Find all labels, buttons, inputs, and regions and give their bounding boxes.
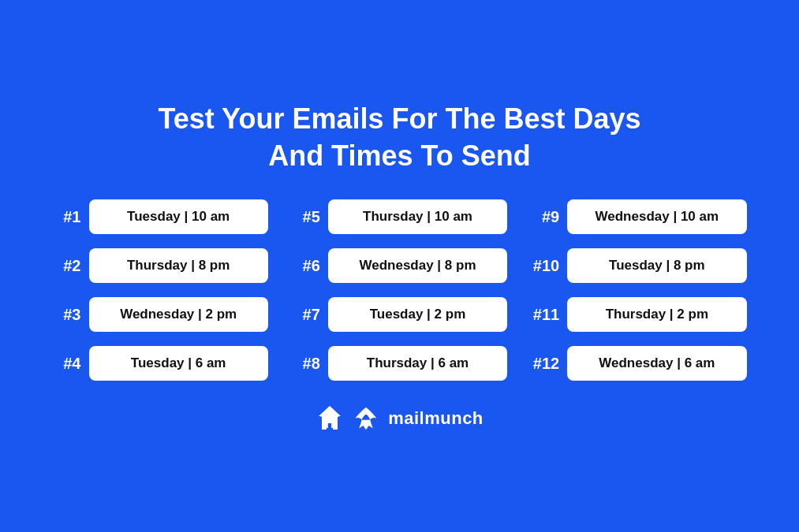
rank-label: #2: [53, 257, 81, 275]
list-item: #6Wednesday | 8 pm: [292, 248, 507, 283]
time-badge: Tuesday | 10 am: [89, 199, 268, 234]
time-badge: Thursday | 2 pm: [567, 297, 746, 332]
time-badge: Thursday | 8 pm: [89, 248, 268, 283]
rank-label: #1: [53, 208, 81, 226]
rank-label: #4: [53, 355, 81, 373]
list-item: #8Thursday | 6 am: [292, 346, 507, 381]
time-badge: Thursday | 6 am: [328, 346, 507, 381]
time-badge: Thursday | 10 am: [328, 199, 507, 234]
list-item: #2Thursday | 8 pm: [53, 248, 268, 283]
time-badge: Wednesday | 10 am: [567, 199, 746, 234]
list-item: #9Wednesday | 10 am: [531, 199, 746, 234]
items-grid: #1Tuesday | 10 am#5Thursday | 10 am#9Wed…: [53, 199, 747, 381]
list-item: #4Tuesday | 6 am: [53, 346, 268, 381]
list-item: #1Tuesday | 10 am: [53, 199, 268, 234]
time-badge: Tuesday | 6 am: [89, 346, 268, 381]
page-title: Test Your Emails For The Best Days And T…: [158, 101, 640, 175]
time-badge: Wednesday | 2 pm: [89, 297, 268, 332]
time-badge: Tuesday | 8 pm: [567, 248, 746, 283]
time-badge: Wednesday | 6 am: [567, 346, 746, 381]
list-item: #10Tuesday | 8 pm: [531, 248, 746, 283]
mailmunch-icon: [352, 406, 380, 431]
logo-text: mailmunch: [388, 408, 484, 429]
list-item: #3Wednesday | 2 pm: [53, 297, 268, 332]
rank-label: #3: [53, 306, 81, 324]
list-item: #5Thursday | 10 am: [292, 199, 507, 234]
rank-label: #11: [531, 306, 559, 324]
time-badge: Tuesday | 2 pm: [328, 297, 507, 332]
rank-label: #12: [531, 355, 559, 373]
mailmunch-logo-icon: [315, 406, 344, 431]
time-badge: Wednesday | 8 pm: [328, 248, 507, 283]
rank-label: #8: [292, 355, 320, 373]
rank-label: #10: [531, 257, 559, 275]
rank-label: #7: [292, 306, 320, 324]
rank-label: #6: [292, 257, 320, 275]
rank-label: #5: [292, 208, 320, 226]
list-item: #12Wednesday | 6 am: [531, 346, 746, 381]
footer: mailmunch: [315, 406, 484, 431]
rank-label: #9: [531, 208, 559, 226]
list-item: #11Thursday | 2 pm: [531, 297, 746, 332]
list-item: #7Tuesday | 2 pm: [292, 297, 507, 332]
